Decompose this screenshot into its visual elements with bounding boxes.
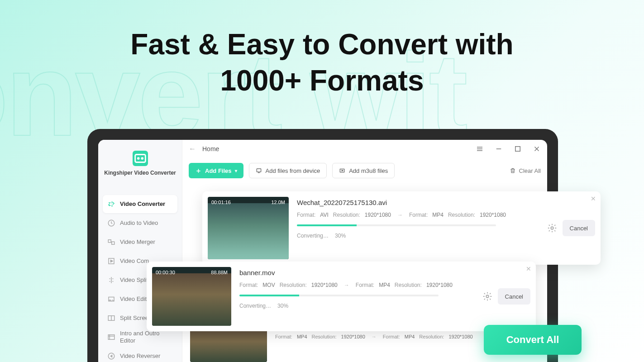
clear-all-label: Clear All <box>519 167 541 174</box>
minimize-icon[interactable] <box>495 145 503 153</box>
progress-bar <box>297 224 496 226</box>
svg-rect-13 <box>257 169 261 172</box>
sidebar-item-audio-to-video[interactable]: Audio to Video <box>103 214 177 232</box>
audio-video-icon <box>107 219 115 227</box>
svg-rect-4 <box>108 239 111 242</box>
settings-icon[interactable] <box>482 291 492 301</box>
svg-rect-0 <box>135 155 145 162</box>
arrow-right-icon: → <box>344 282 349 288</box>
settings-icon[interactable] <box>547 223 557 233</box>
trash-icon <box>510 167 516 174</box>
format-meta-row: Format:AVI Resolution:1920*1080 → Format… <box>297 212 539 218</box>
video-thumbnail[interactable]: 00:01:16 12.0M <box>208 197 289 259</box>
add-device-label: Add files from device <box>266 167 320 174</box>
svg-rect-12 <box>515 147 520 152</box>
svg-point-16 <box>551 227 553 229</box>
plus-icon: ＋ <box>195 167 202 175</box>
hero-headline: Fast & Easy to Convert with 1000+ Format… <box>0 0 644 99</box>
convert-all-button[interactable]: Convert All <box>484 325 582 355</box>
app-logo-icon <box>133 151 148 166</box>
video-thumbnail[interactable]: 00:00:30 88.88M <box>152 267 231 326</box>
percent-text: 30% <box>277 303 288 309</box>
sidebar-item-label: Video Converter <box>120 200 165 207</box>
svg-rect-10 <box>108 334 114 339</box>
sidebar-item-label: Video Edit <box>120 295 147 302</box>
menu-icon[interactable] <box>476 145 484 153</box>
app-name-label: Kingshiper Video Converter <box>104 170 176 177</box>
svg-point-1 <box>138 158 139 159</box>
sidebar-item-label: Intro and Outro Editor <box>120 330 173 344</box>
toolbar: ＋ Add Files ▾ Add files from device Add … <box>182 158 547 183</box>
add-files-button[interactable]: ＋ Add Files ▾ <box>189 163 243 178</box>
file-name: Wechat_20220725175130.avi <box>297 199 539 206</box>
thumb-filesize: 12.0M <box>271 200 285 205</box>
merger-icon <box>107 238 115 246</box>
svg-point-17 <box>486 295 489 298</box>
compressor-icon <box>107 257 115 265</box>
video-converter-icon <box>107 200 115 208</box>
page-title: Home <box>202 145 219 152</box>
sidebar-item-label: Video Split <box>120 276 148 283</box>
thumb-filesize: 88.88M <box>211 270 228 275</box>
svg-rect-5 <box>112 242 114 244</box>
status-text: Converting… <box>297 233 329 239</box>
sidebar-item-label: Video Merger <box>120 238 155 245</box>
sidebar-item-video-reverser[interactable]: Video Reverser <box>103 347 177 362</box>
splitter-icon <box>107 276 115 284</box>
split-screen-icon <box>107 314 115 322</box>
add-m3u8-label: Add m3u8 files <box>349 167 388 174</box>
editor-icon <box>107 295 115 303</box>
m3u8-icon <box>339 167 345 174</box>
file-card-1: 00:01:16 12.0M Wechat_20220725175130.avi… <box>202 191 601 265</box>
sidebar-item-video-converter[interactable]: Video Converter <box>103 195 177 213</box>
maximize-icon[interactable] <box>514 145 522 153</box>
chevron-down-icon: ▾ <box>235 168 237 173</box>
add-files-label: Add Files <box>205 167 232 174</box>
svg-marker-15 <box>342 170 343 171</box>
add-m3u8-button[interactable]: Add m3u8 files <box>332 163 395 178</box>
close-card-icon[interactable]: ✕ <box>526 265 531 272</box>
intro-outro-icon <box>107 333 115 341</box>
titlebar: ← Home <box>182 140 547 158</box>
sidebar-item-label: Video Reverser <box>120 352 160 359</box>
reverser-icon <box>107 352 115 360</box>
arrow-right-icon: → <box>372 334 377 339</box>
thumb-duration: 00:01:16 <box>211 200 231 205</box>
close-icon[interactable] <box>533 145 541 153</box>
svg-point-2 <box>141 158 143 159</box>
svg-marker-7 <box>111 260 113 262</box>
sidebar-item-video-merger[interactable]: Video Merger <box>103 233 177 251</box>
sidebar-item-label: Audio to Video <box>120 219 158 226</box>
file-name: banner.mov <box>239 269 474 276</box>
clear-all-button[interactable]: Clear All <box>510 167 541 174</box>
format-meta-row: Format:MOV Resolution:1920*1080 → Format… <box>239 282 474 288</box>
back-button[interactable]: ← <box>189 145 196 153</box>
sidebar-item-label: Split Scree <box>120 314 148 321</box>
percent-text: 30% <box>335 233 346 239</box>
cancel-button[interactable]: Cancel <box>563 220 595 236</box>
close-card-icon[interactable]: ✕ <box>591 195 596 202</box>
arrow-right-icon: → <box>397 212 403 218</box>
add-from-device-button[interactable]: Add files from device <box>249 163 327 178</box>
device-icon <box>256 167 262 174</box>
thumb-duration: 00:00:30 <box>156 270 175 275</box>
sidebar-item-label: Video Com <box>120 257 149 264</box>
status-text: Converting… <box>239 303 271 309</box>
file-card-2: 00:00:30 88.88M banner.mov Format:MOV Re… <box>147 262 536 331</box>
cancel-button[interactable]: Cancel <box>498 288 530 305</box>
progress-bar <box>239 295 439 296</box>
